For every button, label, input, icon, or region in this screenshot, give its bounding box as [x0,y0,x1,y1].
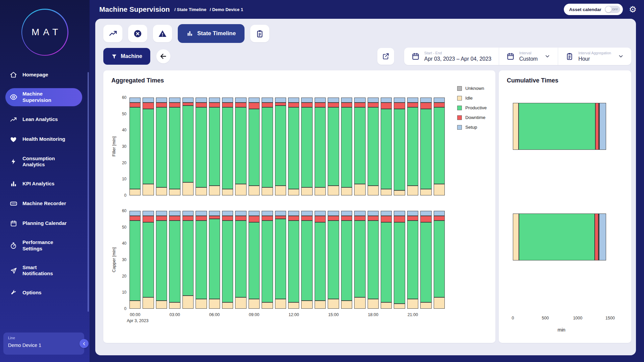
bar-segment-idle [341,301,352,309]
stacked-bar[interactable] [249,98,260,195]
stops-view-button[interactable] [128,25,147,42]
sidebar-item-planning-calendar[interactable]: Planning Calendar [5,217,82,230]
stacked-bar[interactable] [209,98,220,195]
sidebar-item-kpi-analytics[interactable]: KPI Analytics [5,178,82,190]
legend-item-downtime[interactable]: Downtime [457,115,487,120]
bar-segment-idle [354,297,365,309]
bar-segment-setup [169,211,180,216]
stacked-bar[interactable] [275,211,286,309]
stacked-bar[interactable] [288,98,299,195]
sidebar-item-health-monitoring[interactable]: Health Monitoring [5,133,82,146]
bar-segment-idle [394,190,405,195]
stacked-bar[interactable] [288,211,299,309]
stacked-bar[interactable] [328,211,339,309]
stacked-bar[interactable] [368,211,379,309]
stacked-bar[interactable] [301,211,312,309]
stacked-bar[interactable] [341,98,352,195]
cumulative-bar-filler[interactable] [513,103,610,150]
stacked-bar[interactable] [196,211,207,309]
stacked-bar[interactable] [275,98,286,195]
stacked-bar[interactable] [222,98,233,195]
stacked-bar[interactable] [143,98,154,195]
date-range-label: Start - End [424,51,491,55]
stacked-bar[interactable] [328,98,339,195]
bar-segment-downtime [222,216,233,221]
x-cell: 18:00 [368,311,379,317]
sidebar-item-machine-recorder[interactable]: Machine Recorder [5,197,82,210]
stacked-bar[interactable] [315,211,326,309]
stacked-bar[interactable] [341,211,352,309]
stacked-bar[interactable] [196,98,207,195]
x-cell [156,311,167,317]
stacked-bar[interactable] [156,98,167,195]
stacked-bar[interactable] [434,211,445,309]
sidebar-item-label: Machine Recorder [22,200,66,207]
stacked-bar[interactable] [222,211,233,309]
bar-chart-icon [186,30,193,37]
breadcrumb-state-timeline[interactable]: / State Timeline [174,7,206,12]
sidebar-item-performance-settings[interactable]: Performance Settings [5,237,82,255]
sidebar-item-consumption-analytics[interactable]: Consumption Analytics [5,153,82,171]
stacked-bar[interactable] [381,211,392,309]
asset-calendar-pill[interactable]: Asset calendar OFF [564,4,623,15]
date-range-field[interactable]: Start - End Apr 03, 2023 – Apr 04, 2023 [404,48,499,65]
legend-item-idle[interactable]: Idle [457,96,487,101]
sidebar-item-smart-notifications[interactable]: Smart Notifications [5,262,82,280]
stacked-bar[interactable] [129,211,141,309]
legend-item-unknown[interactable]: Unknown [457,86,487,91]
stacked-bar[interactable] [407,98,418,195]
legend-item-setup[interactable]: Setup [457,125,487,130]
aggregation-select[interactable]: Interval Aggregation Hour [558,48,631,65]
legend-item-productive[interactable]: Productive [457,105,487,110]
stacked-bar[interactable] [262,98,273,195]
stacked-bar[interactable] [182,98,194,195]
cumulative-bar-capper[interactable] [513,214,610,260]
stacked-bar[interactable] [434,98,445,195]
stacked-bar[interactable] [394,98,405,195]
stacked-bar[interactable] [262,211,273,309]
machine-filter-button[interactable]: Machine [103,48,150,65]
stacked-bar[interactable] [169,211,180,309]
bar-segment-setup [182,211,194,216]
capper-chart: Capper [min] 0102030405060 [111,211,487,309]
stacked-bar[interactable] [354,211,365,309]
stacked-bar[interactable] [156,211,167,309]
sidebar-item-homepage[interactable]: Homepage [5,68,82,81]
stacked-bar[interactable] [209,211,220,309]
open-external-button[interactable] [377,48,394,65]
asset-calendar-switch[interactable]: OFF [605,6,620,13]
stacked-bar[interactable] [129,98,141,195]
stacked-bar[interactable] [354,98,365,195]
tab-state-timeline[interactable]: State Timeline [178,24,245,43]
bar-segment-productive [394,222,405,304]
stacked-bar[interactable] [249,211,260,309]
stacked-bar[interactable] [315,98,326,195]
sidebar-item-machine-supervision[interactable]: Machine Supervision [5,88,82,106]
stacked-bar[interactable] [420,98,431,195]
stacked-bar[interactable] [143,211,154,309]
stacked-bar[interactable] [420,211,431,309]
stacked-bar[interactable] [182,211,194,309]
device-card[interactable]: Line Demo Device 1 [3,333,84,355]
stacked-bar[interactable] [368,98,379,195]
stacked-bar[interactable] [381,98,392,195]
settings-gear-icon[interactable]: ⚙ [629,5,637,14]
sidebar-item-options[interactable]: Options [5,287,82,299]
breadcrumb-device[interactable]: / Demo Device 1 [210,7,243,12]
stacked-bar[interactable] [407,211,418,309]
stacked-bar[interactable] [394,211,405,309]
stacked-bar[interactable] [301,98,312,195]
stacked-bar[interactable] [169,98,180,195]
report-view-button[interactable] [250,25,269,42]
interval-select[interactable]: Interval Custom [499,48,558,65]
sidebar-item-lean-analytics[interactable]: Lean Analytics [5,113,82,126]
alarms-view-button[interactable] [153,25,172,42]
trend-view-button[interactable] [103,25,122,42]
cumulative-segment-setup [599,214,606,260]
sidebar-collapse-button[interactable] [79,339,89,348]
back-button[interactable] [156,49,170,63]
sidebar-scrollbar[interactable] [88,72,89,312]
bar-segment-idle [420,302,431,309]
stacked-bar[interactable] [235,98,246,195]
stacked-bar[interactable] [235,211,246,309]
